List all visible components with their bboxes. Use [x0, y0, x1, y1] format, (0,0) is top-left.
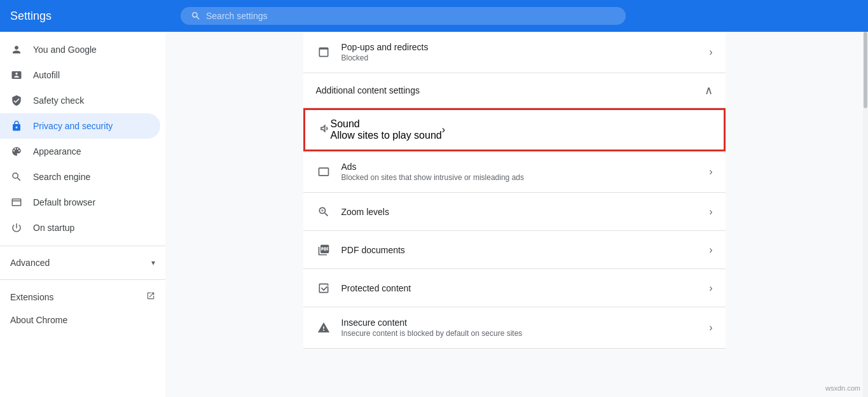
protected-arrow-icon: › — [709, 282, 712, 294]
sidebar-item-safety-check[interactable]: Safety check — [0, 88, 160, 113]
sound-row[interactable]: Sound Allow sites to play sound › — [303, 108, 726, 151]
sidebar-item-on-startup[interactable]: On startup — [0, 215, 160, 240]
ads-title: Ads — [341, 162, 710, 172]
warning-icon — [316, 320, 331, 335]
lock-icon — [10, 120, 23, 132]
insecure-arrow-icon: › — [709, 322, 712, 333]
scrollbar-thumb[interactable] — [864, 32, 867, 108]
sidebar-item-about-chrome[interactable]: About Chrome — [0, 309, 165, 331]
additional-content-title: Additional content settings — [316, 85, 705, 95]
watermark: wsxdn.com — [825, 384, 860, 392]
header: Settings — [0, 0, 868, 32]
zoom-icon — [316, 204, 331, 219]
pdf-arrow-icon: › — [709, 244, 712, 256]
insecure-text: Insecure content Insecure content is blo… — [341, 317, 710, 338]
sidebar-item-privacy-and-security[interactable]: Privacy and security — [0, 113, 160, 139]
protected-icon — [316, 281, 331, 296]
autofill-icon — [10, 69, 23, 81]
collapse-icon: ∧ — [705, 83, 713, 97]
pdf-text: PDF documents — [341, 245, 710, 255]
search-input[interactable] — [206, 11, 616, 21]
sidebar-item-default-browser[interactable]: Default browser — [0, 190, 160, 215]
browser-icon — [10, 196, 23, 209]
sidebar-item-you-and-google[interactable]: You and Google — [0, 37, 160, 62]
sound-title: Sound — [331, 118, 442, 130]
popup-title: Pop-ups and redirects — [341, 42, 710, 52]
sidebar-item-appearance[interactable]: Appearance — [0, 139, 160, 164]
external-link-icon — [146, 291, 155, 302]
person-icon — [10, 43, 23, 56]
additional-content-header[interactable]: Additional content settings ∧ — [303, 73, 726, 108]
sidebar-item-autofill[interactable]: Autofill — [0, 62, 160, 88]
advanced-label: Advanced — [10, 258, 151, 268]
sound-arrow-icon: › — [442, 124, 445, 136]
sound-subtitle: Allow sites to play sound — [331, 130, 442, 141]
scrollbar-track[interactable] — [863, 32, 868, 397]
sidebar-item-label: On startup — [33, 223, 74, 233]
search-icon — [191, 11, 201, 21]
sidebar-divider-2 — [0, 279, 165, 280]
sound-text: Sound Allow sites to play sound — [331, 118, 442, 141]
zoom-text: Zoom levels — [341, 207, 710, 217]
ads-text: Ads Blocked on sites that show intrusive… — [341, 162, 710, 182]
insecure-title: Insecure content — [341, 317, 710, 328]
protected-text: Protected content — [341, 283, 710, 293]
protected-content-row[interactable]: Protected content › — [303, 269, 726, 307]
settings-title: Settings — [10, 10, 176, 23]
popup-text: Pop-ups and redirects Blocked — [341, 42, 710, 62]
sidebar-item-search-engine[interactable]: Search engine — [0, 164, 160, 190]
protected-title: Protected content — [341, 283, 710, 293]
sidebar-item-extensions[interactable]: Extensions — [0, 285, 165, 309]
chevron-down-icon: ▾ — [151, 258, 155, 267]
ads-icon — [316, 164, 331, 179]
main-content: Pop-ups and redirects Blocked › Addition… — [165, 32, 863, 397]
zoom-arrow-icon: › — [709, 206, 712, 218]
settings-list: Pop-ups and redirects Blocked › Addition… — [298, 32, 731, 349]
popups-row[interactable]: Pop-ups and redirects Blocked › — [303, 32, 726, 73]
ads-row[interactable]: Ads Blocked on sites that show intrusive… — [303, 151, 726, 193]
shield-icon — [10, 94, 23, 107]
sidebar-divider — [0, 246, 165, 246]
popup-arrow-icon: › — [709, 46, 712, 58]
sidebar-item-label: Autofill — [33, 70, 60, 80]
insecure-content-row[interactable]: Insecure content Insecure content is blo… — [303, 307, 726, 349]
content-area: You and Google Autofill Safety check Pri… — [0, 32, 868, 397]
sidebar: You and Google Autofill Safety check Pri… — [0, 32, 165, 397]
sidebar-item-label: Safety check — [33, 95, 84, 106]
sidebar-item-label: Default browser — [33, 197, 95, 207]
popup-subtitle: Blocked — [341, 53, 710, 62]
sound-icon — [318, 122, 331, 137]
search-engine-icon — [10, 171, 23, 183]
popup-icon — [316, 45, 331, 60]
sidebar-item-label: Search engine — [33, 172, 90, 182]
ads-subtitle: Blocked on sites that show intrusive or … — [341, 173, 710, 182]
sidebar-item-label: You and Google — [33, 45, 97, 55]
palette-icon — [10, 145, 23, 158]
pdf-icon — [316, 242, 331, 258]
pdf-documents-row[interactable]: PDF documents › — [303, 231, 726, 269]
zoom-levels-row[interactable]: Zoom levels › — [303, 193, 726, 231]
about-chrome-label: About Chrome — [10, 315, 67, 325]
sidebar-item-label: Appearance — [33, 146, 81, 157]
insecure-subtitle: Insecure content is blocked by default o… — [341, 329, 710, 338]
sidebar-item-advanced[interactable]: Advanced ▾ — [0, 251, 165, 274]
pdf-title: PDF documents — [341, 245, 710, 255]
power-icon — [10, 221, 23, 234]
ads-arrow-icon: › — [709, 166, 712, 178]
sidebar-item-label: Privacy and security — [33, 121, 113, 131]
search-bar[interactable] — [181, 7, 626, 25]
zoom-title: Zoom levels — [341, 207, 710, 217]
extensions-label: Extensions — [10, 292, 53, 302]
